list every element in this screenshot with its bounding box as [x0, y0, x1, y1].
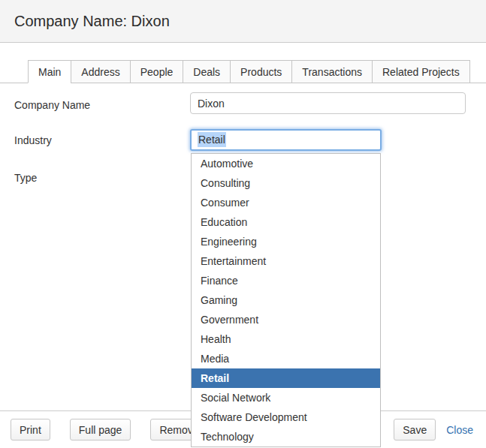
- option-media[interactable]: Media: [192, 349, 380, 368]
- industry-label: Industry: [14, 134, 52, 146]
- footer-right-buttons: Save Close: [394, 419, 473, 440]
- tab-products[interactable]: Products: [230, 60, 292, 83]
- option-consumer[interactable]: Consumer: [192, 193, 380, 212]
- dialog-header: Company Name: Dixon: [0, 0, 486, 43]
- type-label: Type: [14, 172, 37, 184]
- option-automotive[interactable]: Automotive: [192, 154, 380, 173]
- tabbar: Main Address People Deals Products Trans…: [28, 60, 470, 83]
- option-health[interactable]: Health: [192, 329, 380, 349]
- option-social-network[interactable]: Social Network: [192, 388, 380, 407]
- tab-main[interactable]: Main: [28, 60, 71, 83]
- industry-input[interactable]: Retail: [190, 129, 382, 151]
- option-finance[interactable]: Finance: [192, 271, 380, 290]
- option-government[interactable]: Government: [192, 310, 380, 329]
- company-name-input[interactable]: [190, 92, 466, 114]
- option-consulting[interactable]: Consulting: [192, 173, 380, 193]
- full-page-button[interactable]: Full page: [70, 419, 131, 440]
- option-technology[interactable]: Technology: [192, 427, 380, 446]
- option-software-development[interactable]: Software Development: [192, 407, 380, 427]
- close-link[interactable]: Close: [446, 424, 473, 436]
- company-name-label: Company Name: [14, 99, 90, 111]
- tab-deals[interactable]: Deals: [183, 60, 231, 83]
- print-button[interactable]: Print: [11, 419, 50, 440]
- industry-input-selected-text: Retail: [198, 132, 226, 147]
- dialog-title: Company Name: Dixon: [14, 13, 170, 30]
- industry-dropdown: Automotive Consulting Consumer Education…: [191, 153, 381, 447]
- tab-people[interactable]: People: [130, 60, 184, 83]
- save-button[interactable]: Save: [394, 419, 436, 440]
- tab-transactions[interactable]: Transactions: [291, 60, 373, 83]
- tab-address[interactable]: Address: [71, 60, 130, 83]
- option-gaming[interactable]: Gaming: [192, 290, 380, 310]
- tab-related-projects[interactable]: Related Projects: [372, 60, 470, 83]
- option-retail[interactable]: Retail: [192, 368, 380, 388]
- option-education[interactable]: Education: [192, 212, 380, 232]
- option-entertainment[interactable]: Entertainment: [192, 251, 380, 271]
- option-engineering[interactable]: Engineering: [192, 232, 380, 251]
